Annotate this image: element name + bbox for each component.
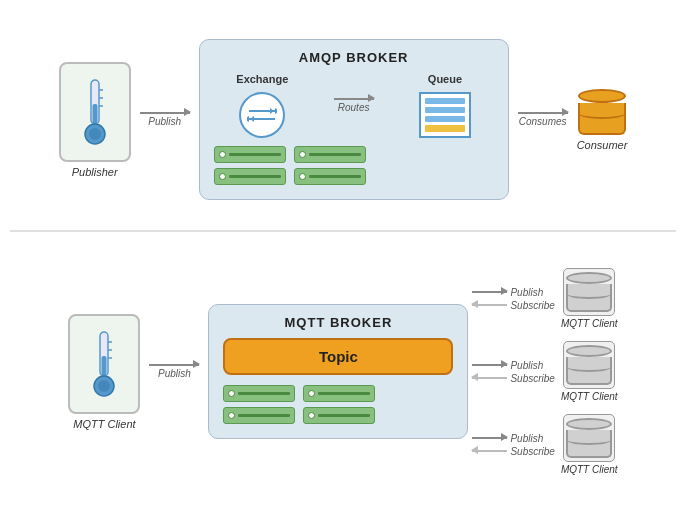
svg-point-6 <box>89 128 101 140</box>
mqtt-subscribe-row-2: Subscribe <box>472 373 554 384</box>
publish-arrow-top: Publish <box>135 112 195 127</box>
publisher-block: Publisher <box>59 62 131 178</box>
amqp-section: Publisher Publish AMQP BROKER Exchange <box>10 10 676 232</box>
binding-chip-2a <box>214 168 286 185</box>
mqtt-chip-bar-2a <box>238 414 290 417</box>
exchange-label: Exchange <box>236 73 288 85</box>
main-diagram: Publisher Publish AMQP BROKER Exchange <box>0 0 686 510</box>
svg-rect-21 <box>102 356 107 376</box>
mqtt-client-label-3: MQTT Client <box>561 464 618 475</box>
svg-point-23 <box>98 380 110 392</box>
mqtt-client-1-icon-box <box>563 268 615 316</box>
mqtt-db-body-1 <box>566 284 612 312</box>
svg-rect-4 <box>92 104 97 124</box>
topic-button: Topic <box>223 338 453 375</box>
exchange-block: Exchange <box>236 73 288 138</box>
queue-line-2 <box>425 107 465 113</box>
mqtt-publish-arrow-line <box>149 364 199 366</box>
consumes-arrow-line <box>518 112 568 114</box>
queue-line-yellow <box>425 125 465 133</box>
mqtt-client-3-row: Publish Subscribe MQTT Client <box>472 414 617 475</box>
arrow-left-1 <box>472 304 507 306</box>
mqtt-publish-row-2: Publish <box>472 360 554 371</box>
binding-row-2 <box>214 168 494 185</box>
binding-chip-2b <box>294 168 366 185</box>
mqtt-binding-row-2 <box>223 407 453 424</box>
mqtt-ps-pair-3: Publish Subscribe <box>472 433 554 457</box>
mqtt-subscribe-row-3: Subscribe <box>472 446 554 457</box>
binding-rows-bottom <box>223 385 453 424</box>
mqtt-db-top-2 <box>566 345 612 357</box>
binding-chip-1a <box>214 146 286 163</box>
mqtt-binding-row-1 <box>223 385 453 402</box>
binding-chip-1b <box>294 146 366 163</box>
chip-bar-2a <box>229 175 281 178</box>
chip-dot-2b <box>299 173 306 180</box>
mqtt-client-1-row: Publish Subscribe MQTT Client <box>472 268 617 329</box>
queue-icon <box>419 92 471 138</box>
arrow-right-2 <box>472 364 507 366</box>
arrow-left-2 <box>472 377 507 379</box>
queue-line-3 <box>425 116 465 122</box>
publish-label-2: Publish <box>510 360 543 371</box>
mqtt-subscribe-row-1: Subscribe <box>472 300 554 311</box>
amqp-broker-title: AMQP BROKER <box>214 50 494 65</box>
consumes-label: Consumes <box>519 116 567 127</box>
svg-marker-14 <box>270 108 274 114</box>
mqtt-chip-2a <box>223 407 295 424</box>
mqtt-broker-title: MQTT BROKER <box>223 315 453 330</box>
publish-label-3: Publish <box>510 433 543 444</box>
mqtt-publisher-icon-box <box>68 314 140 414</box>
mqtt-ps-pair-2: Publish Subscribe <box>472 360 554 384</box>
chip-dot-2a <box>219 173 226 180</box>
thermometer-icon <box>77 76 113 148</box>
publish-arrow-line <box>140 112 190 114</box>
mqtt-publish-arrow: Publish <box>144 364 204 379</box>
chip-bar-1b <box>309 153 361 156</box>
mqtt-chip-1b <box>303 385 375 402</box>
mqtt-chip-dot-2b <box>308 412 315 419</box>
mqtt-chip-dot-1a <box>228 390 235 397</box>
queue-label: Queue <box>428 73 462 85</box>
publish-label-1: Publish <box>510 287 543 298</box>
mqtt-client-2-row: Publish Subscribe MQTT Client <box>472 341 617 402</box>
routes-arrow: Routes <box>334 98 374 113</box>
mqtt-chip-bar-1b <box>318 392 370 395</box>
publisher-icon-box <box>59 62 131 162</box>
chip-bar-2b <box>309 175 361 178</box>
arrow-right-1 <box>472 291 507 293</box>
consumer-block: Consumer <box>577 89 628 151</box>
amqp-broker-box: AMQP BROKER Exchange <box>199 39 509 200</box>
mqtt-db-top-1 <box>566 272 612 284</box>
chip-dot-1a <box>219 151 226 158</box>
mqtt-client-1: MQTT Client <box>561 268 618 329</box>
mqtt-chip-1a <box>223 385 295 402</box>
mqtt-publish-row-1: Publish <box>472 287 554 298</box>
mqtt-section: MQTT Client Publish MQTT BROKER Topic <box>10 240 676 500</box>
mqtt-thermometer-icon <box>86 328 122 400</box>
mqtt-db-top-3 <box>566 418 612 430</box>
mqtt-client-label-1: MQTT Client <box>561 318 618 329</box>
mqtt-client-2-icon-box <box>563 341 615 389</box>
db-top <box>578 89 626 103</box>
svg-marker-16 <box>250 116 254 122</box>
publish-label-top: Publish <box>148 116 181 127</box>
arrow-right-3 <box>472 437 507 439</box>
db-body <box>578 103 626 135</box>
queue-block: Queue <box>419 73 471 138</box>
mqtt-chip-2b <box>303 407 375 424</box>
mqtt-client-label-2: MQTT Client <box>561 391 618 402</box>
chip-bar-1a <box>229 153 281 156</box>
subscribe-label-2: Subscribe <box>510 373 554 384</box>
mqtt-client-2: MQTT Client <box>561 341 618 402</box>
mqtt-chip-bar-1a <box>238 392 290 395</box>
mqtt-publisher-label: MQTT Client <box>73 418 135 430</box>
routes-arrow-line <box>334 98 374 100</box>
exchange-arrows-icon <box>248 106 276 124</box>
binding-rows-top <box>214 146 494 185</box>
consumer-db-icon <box>578 89 626 135</box>
mqtt-broker-box: MQTT BROKER Topic <box>208 304 468 439</box>
chip-dot-1b <box>299 151 306 158</box>
mqtt-chip-dot-2a <box>228 412 235 419</box>
arrow-left-3 <box>472 450 507 452</box>
